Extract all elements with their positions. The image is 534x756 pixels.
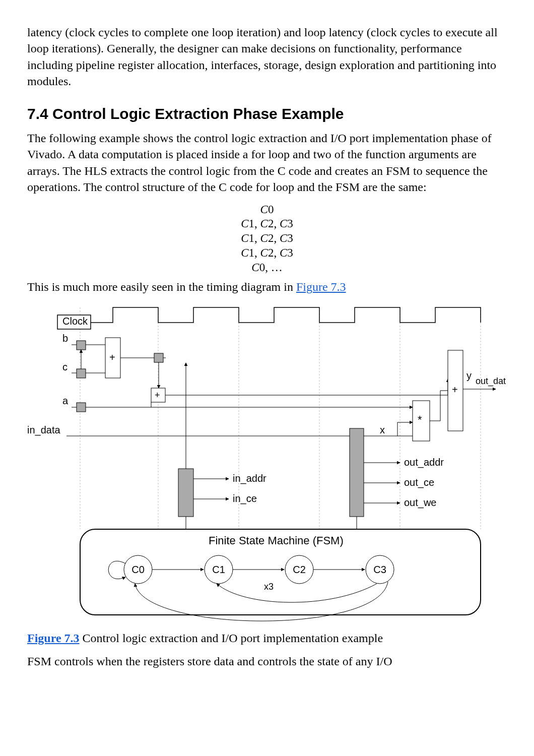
in-ce-label: in_ce — [233, 493, 257, 505]
star-icon: * — [418, 413, 422, 426]
n: 3 — [287, 217, 293, 230]
state-c1: C1 — [212, 564, 225, 575]
register-icon — [77, 403, 86, 412]
figure-7-3-diagram: Clock b c + a + in_data in_addr in_ce x … — [27, 302, 506, 625]
plus-icon: + — [452, 384, 458, 395]
out-addr-label: out_addr — [404, 457, 444, 468]
fsm-state-sequence: C0 C1, C2, C3 C1, C2, C3 C1, C2, C3 C0, … — [27, 203, 507, 275]
state-num: 0 — [268, 203, 274, 216]
figure-7-3-link[interactable]: Figure 7.3 — [296, 280, 346, 293]
in-addr-label: in_addr — [233, 473, 266, 484]
plus-icon: + — [109, 352, 115, 363]
out-we-label: out_we — [404, 497, 437, 509]
clock-label: Clock — [62, 316, 88, 327]
n: 2, — [268, 246, 280, 259]
control-block-icon — [178, 469, 193, 517]
caption-text: Control logic extraction and I/O port im… — [80, 632, 383, 645]
s: C — [280, 246, 287, 259]
state-c3: C3 — [373, 564, 386, 575]
s: C — [241, 217, 248, 230]
s: C — [280, 217, 287, 230]
in-data-label: in_data — [27, 424, 60, 436]
n: 1, — [249, 232, 260, 244]
state-c0: C0 — [131, 564, 145, 575]
n: 1, — [249, 217, 260, 230]
s: C — [260, 232, 268, 244]
timing-diagram-intro: This is much more easily seen in the tim… — [27, 279, 507, 295]
n: 0, … — [259, 261, 283, 274]
n: 2, — [268, 217, 280, 230]
control-block-icon — [350, 428, 364, 517]
out-data-label: out_data — [476, 376, 506, 387]
trailing-paragraph: FSM controls when the registers store da… — [27, 653, 507, 669]
register-icon — [77, 369, 86, 378]
paragraph-continuation: latency (clock cycles to complete one lo… — [27, 24, 507, 90]
figure-7-3-caption: Figure 7.3 Control logic extraction and … — [27, 630, 507, 646]
s: C — [260, 217, 268, 230]
n: 1, — [249, 246, 260, 259]
s: C — [280, 232, 287, 244]
timing-text: This is much more easily seen in the tim… — [27, 280, 296, 293]
n: 2, — [268, 232, 280, 244]
intro-paragraph: The following example shows the control … — [27, 130, 507, 196]
loop-count-x3: x3 — [264, 582, 274, 592]
section-heading-7-4: 7.4 Control Logic Extraction Phase Examp… — [27, 104, 507, 124]
n: 3 — [287, 232, 293, 244]
register-icon — [77, 341, 86, 350]
signal-b-label: b — [62, 333, 68, 344]
signal-c-label: c — [62, 361, 68, 372]
fsm-title: Finite State Machine (FSM) — [209, 534, 344, 547]
x-label: x — [380, 424, 385, 435]
n: 3 — [287, 246, 293, 259]
s: C — [260, 246, 268, 259]
y-label: y — [466, 370, 472, 381]
state-c2: C2 — [293, 564, 306, 575]
s: C — [241, 246, 248, 259]
out-ce-label: out_ce — [404, 477, 434, 488]
signal-a-label: a — [62, 395, 69, 406]
figure-7-3-caption-link[interactable]: Figure 7.3 — [27, 632, 80, 645]
register-icon — [154, 353, 163, 362]
state-c: C — [260, 203, 268, 216]
s: C — [241, 232, 248, 244]
plus-icon: + — [155, 390, 160, 400]
s: C — [251, 261, 259, 274]
